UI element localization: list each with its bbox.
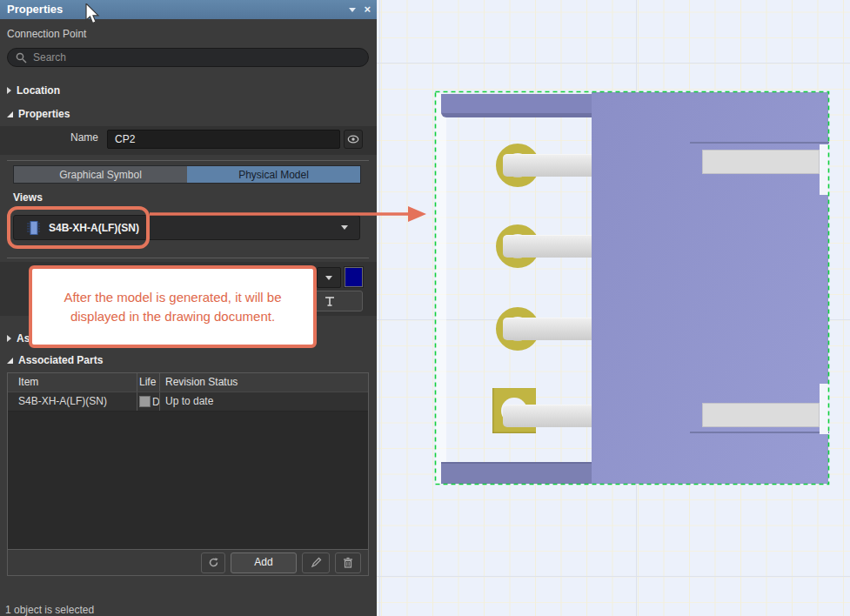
panel-close-icon[interactable]: ×: [364, 0, 371, 19]
chevron-down-icon: [341, 225, 348, 230]
section-properties[interactable]: Properties: [7, 108, 70, 120]
pencil-icon: [311, 557, 322, 568]
color-dropdown-button[interactable]: [317, 267, 341, 288]
status-bar-text: 1 object is selected: [5, 604, 94, 616]
section-associated-parts[interactable]: Associated Parts: [7, 354, 103, 366]
pin-lead-4: [503, 405, 592, 427]
divider: [7, 160, 369, 161]
col-item[interactable]: Item: [8, 373, 137, 392]
search-icon: [16, 52, 27, 64]
col-revision-status[interactable]: Revision Status: [160, 373, 368, 392]
delete-button[interactable]: [335, 552, 361, 573]
callout-line-1: After the model is generated, it will be: [37, 288, 308, 307]
pin-lead-2: [503, 235, 592, 258]
panel-titlebar[interactable]: Properties: [0, 0, 377, 19]
eye-icon: [347, 135, 359, 144]
pin-lead-3: [503, 318, 592, 340]
views-label: Views: [13, 191, 43, 204]
callout-line-2: displayed in the drawing document.: [37, 307, 308, 326]
section-location[interactable]: Location: [7, 84, 60, 97]
associated-parts-table: Item Life Revision Status S4B-XH-A(LF)(S…: [7, 372, 369, 576]
model-top-flange: [441, 94, 592, 117]
table-row[interactable]: S4B-XH-A(LF)(SN) D Up to date: [8, 392, 368, 412]
col-lifecycle[interactable]: Life: [137, 373, 160, 392]
right-slot-line-1: [690, 142, 829, 144]
annotation-highlight-ring: [7, 206, 150, 249]
tab-graphical-symbol[interactable]: Graphical Symbol: [14, 166, 187, 183]
right-slot-line-2: [690, 432, 829, 433]
table-header-row: Item Life Revision Status: [8, 373, 368, 392]
chevron-down-icon: [325, 276, 332, 280]
model-type-tabs: Graphical Symbol Physical Model: [13, 165, 361, 184]
name-input[interactable]: CP2: [107, 130, 340, 149]
font-T-icon: [324, 296, 336, 307]
expanded-triangle-icon: [7, 111, 13, 117]
add-button[interactable]: Add: [231, 552, 297, 573]
right-notch-1: [820, 144, 828, 195]
model-bottom-flange: [441, 462, 592, 484]
tab-physical-model[interactable]: Physical Model: [187, 166, 360, 183]
annotation-callout: After the model is generated, it will be…: [29, 265, 317, 348]
panel-title: Properties: [7, 3, 63, 16]
trash-icon: [343, 557, 353, 568]
panel-menu-caret-icon[interactable]: [349, 8, 356, 12]
refresh-button[interactable]: [201, 552, 225, 573]
name-label: Name: [0, 131, 98, 144]
refresh-icon: [208, 557, 219, 568]
model-left-edge: [436, 93, 446, 484]
right-pin-2: [702, 403, 820, 427]
collapsed-triangle-icon: [7, 335, 11, 342]
collapsed-triangle-icon: [7, 87, 11, 94]
application-window: Properties × Connection Point Search Loc…: [0, 0, 850, 616]
row-checkbox[interactable]: [139, 396, 151, 407]
expanded-triangle-icon: [7, 358, 13, 364]
visibility-toggle-button[interactable]: [344, 130, 363, 149]
object-type-label: Connection Point: [7, 28, 86, 40]
color-swatch[interactable]: [345, 267, 363, 287]
search-input[interactable]: Search: [7, 48, 369, 67]
right-pin-1: [702, 150, 820, 174]
right-notch-2: [820, 384, 828, 434]
search-placeholder: Search: [33, 51, 66, 64]
table-button-bar: Add: [8, 549, 368, 575]
drawing-canvas[interactable]: [377, 0, 850, 616]
edit-button[interactable]: [302, 552, 330, 573]
divider: [7, 258, 369, 258]
pin-lead-1: [503, 154, 592, 177]
